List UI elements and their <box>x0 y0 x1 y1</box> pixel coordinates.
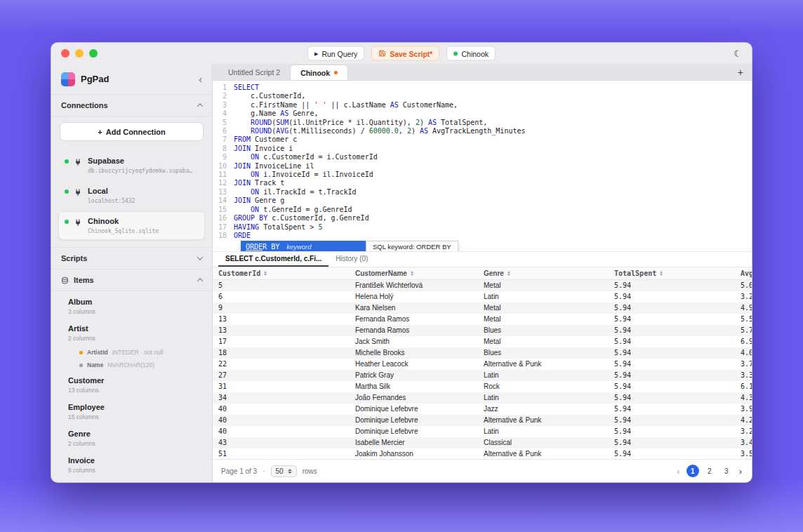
code-line[interactable]: 12JOIN Track t <box>213 179 752 187</box>
theme-toggle-moon-icon[interactable]: ☾ <box>734 49 742 58</box>
table-row[interactable]: 34João FernandesLatin5.944.33 <box>213 392 752 404</box>
page-buttons: 123 <box>686 465 733 477</box>
next-page-chevron-icon[interactable]: › <box>738 467 743 476</box>
code-line[interactable]: 18ORDE <box>213 232 752 240</box>
page-button-1[interactable]: 1 <box>686 465 699 477</box>
tab-chinook[interactable]: Chinook <box>290 65 348 80</box>
close-button[interactable] <box>61 49 69 58</box>
table-item-employee[interactable]: Employee15 columns <box>51 398 212 425</box>
sort-icon[interactable] <box>264 271 267 276</box>
code-line[interactable]: 17HAVING TotalSpent > 5 <box>213 223 752 232</box>
table-cell: Metal <box>478 302 609 314</box>
connection-item-supabase[interactable]: Supabasedb.ibuccyrijcyeqfydomkw.supaba… <box>58 151 205 180</box>
table-item-genre[interactable]: Genre2 columns <box>51 425 212 451</box>
code-line[interactable]: 8JOIN Invoice i <box>213 145 752 153</box>
line-number: 4 <box>213 109 234 118</box>
code-line[interactable]: 6 ROUND(AVG(t.Milliseconds) / 60000.0, 2… <box>213 127 752 135</box>
chevron-up-icon <box>197 278 203 284</box>
connection-pill[interactable]: Chinook <box>446 46 496 61</box>
code-line[interactable]: 7FROM Customer c <box>213 135 752 144</box>
table-row[interactable]: 9Kara NielsenMetal5.944.92 <box>213 302 752 314</box>
table-row[interactable]: 18Michelle BrooksBlues5.944.02 <box>213 347 752 359</box>
table-row[interactable]: 17Jack SmithMetal5.946.91 <box>213 336 752 347</box>
code-line[interactable]: 16GROUP BY c.CustomerId, g.GenreId <box>213 214 752 222</box>
code-line[interactable]: 14JOIN Genre g <box>213 197 752 205</box>
column-header-totalspent[interactable]: TotalSpent <box>609 267 735 279</box>
table-row[interactable]: 22Heather LeacockAlternative & Punk5.943… <box>213 359 752 370</box>
table-item-album[interactable]: Album3 columns <box>51 293 212 319</box>
autocomplete-item[interactable]: ORDER BY keyword <box>241 241 366 252</box>
page-button-3[interactable]: 3 <box>720 465 733 477</box>
code-line[interactable]: 4 g.Name AS Genre, <box>213 109 752 118</box>
table-cell: Latin <box>478 291 609 302</box>
table-row[interactable]: 40Dominique LefebvreJazz5.943.92 <box>213 404 752 415</box>
column-item-name[interactable]: NameNVARCHAR(120) <box>51 359 212 371</box>
page-button-2[interactable]: 2 <box>703 465 716 477</box>
code-line[interactable]: 10JOIN InvoiceLine il <box>213 162 752 171</box>
code-text: GROUP BY c.CustomerId, g.GenreId <box>234 214 369 222</box>
code-line[interactable]: 1SELECT <box>213 84 752 92</box>
table-row[interactable]: 40Dominique LefebvreAlternative & Punk5.… <box>213 415 752 426</box>
code-line[interactable]: 11 ON i.InvoiceId = il.InvoiceId <box>213 171 752 179</box>
new-tab-button[interactable]: + <box>738 67 743 77</box>
table-row[interactable]: 51Joakim JohanssonAlternative & Punk5.94… <box>213 448 752 459</box>
code-line[interactable]: 9 ON c.CustomerId = i.CustomerId <box>213 153 752 161</box>
column-header-customerid[interactable]: CustomerId <box>213 267 350 279</box>
table-row[interactable]: 43Isabelle MercierClassical5.943.49 <box>213 437 752 448</box>
column-header-customername[interactable]: CustomerName <box>350 267 478 279</box>
sidebar-collapse-chevron-icon[interactable]: ‹ <box>199 74 202 84</box>
code-token: Track t <box>251 179 284 187</box>
connection-text: Supabasedb.ibuccyrijcyeqfydomkw.supaba… <box>88 157 192 174</box>
results-tab-history[interactable]: History (0) <box>328 252 375 267</box>
sql-editor[interactable]: 1SELECT2 c.CustomerId,3 c.FirstName || '… <box>213 81 752 252</box>
code-line[interactable]: 3 c.FirstName || ' ' || c.LastName AS Cu… <box>213 101 752 109</box>
table-item-artist[interactable]: Artist2 columns <box>51 319 212 346</box>
table-cell: Blues <box>478 325 609 336</box>
column-type: NVARCHAR(120) <box>107 361 154 369</box>
page-info: Page 1 of 3 <box>221 467 257 475</box>
save-script-button[interactable]: Save Script* <box>371 46 439 61</box>
code-token: ) <box>411 127 420 135</box>
scripts-section-header[interactable]: Scripts <box>51 247 212 269</box>
results-tab-query[interactable]: SELECT c.CustomerId, c.Fi... <box>218 252 328 267</box>
table-row[interactable]: 13Fernanda RamosMetal5.945.58 <box>213 314 752 325</box>
add-connection-button[interactable]: + Add Connection <box>60 122 204 141</box>
table-cell: Metal <box>478 336 609 347</box>
table-row[interactable]: 5František WichterlováMetal5.945.08 <box>213 280 752 291</box>
minimize-button[interactable] <box>75 49 84 58</box>
code-token: Genre, <box>288 109 318 117</box>
column-item-artistid[interactable]: ArtistIdINTEGER · not null <box>51 346 212 359</box>
items-section-header[interactable]: Items <box>51 269 212 291</box>
results-grid: CustomerIdCustomerNameGenreTotalSpentAvg… <box>213 267 752 482</box>
run-query-button[interactable]: ▶ Run Query <box>307 46 364 61</box>
page-size-select[interactable]: 50 <box>271 465 297 477</box>
column-header-avg[interactable]: Avg <box>735 267 752 279</box>
table-cell: 5.94 <box>609 302 735 314</box>
code-token: il.TrackId = t.TrackId <box>259 188 356 196</box>
table-row[interactable]: 6Helena HolýLatin5.943.27 <box>213 291 752 302</box>
code-line[interactable]: 15 ON t.GenreId = g.GenreId <box>213 206 752 214</box>
table-cell: 5.94 <box>609 336 735 347</box>
table-item-invoice[interactable]: Invoice9 columns <box>51 451 212 478</box>
code-line[interactable]: 5 ROUND(SUM(il.UnitPrice * il.Quantity),… <box>213 119 752 127</box>
sort-icon[interactable] <box>411 271 413 276</box>
table-row[interactable]: 31Martha SilkRock5.946.13 <box>213 381 752 392</box>
rows-label: rows <box>303 467 317 475</box>
table-item-customer[interactable]: Customer13 columns <box>51 371 212 398</box>
connection-item-chinook[interactable]: ChinookChinook_Sqlite.sqlite <box>58 211 205 240</box>
table-row[interactable]: 40Dominique LefebvreLatin5.943.25 <box>213 426 752 437</box>
sort-icon[interactable] <box>507 271 510 276</box>
tab-untitled-script-2[interactable]: Untitled Script 2 <box>218 65 290 80</box>
code-token: Customer c <box>251 135 297 143</box>
table-cell: 5.58 <box>735 314 752 325</box>
prev-page-chevron-icon[interactable]: ‹ <box>675 467 681 476</box>
code-line[interactable]: 13 ON il.TrackId = t.TrackId <box>213 188 752 197</box>
column-header-genre[interactable]: Genre <box>478 267 609 279</box>
sort-icon[interactable] <box>660 271 663 276</box>
connection-item-local[interactable]: Locallocalhost:5432 <box>58 181 205 210</box>
connections-section-header[interactable]: Connections <box>51 95 212 117</box>
code-line[interactable]: 2 c.CustomerId, <box>213 92 752 100</box>
table-row[interactable]: 27Patrick GrayLatin5.943.32 <box>213 370 752 381</box>
zoom-button[interactable] <box>89 49 98 58</box>
table-row[interactable]: 13Fernanda RamosBlues5.945.7 <box>213 325 752 336</box>
